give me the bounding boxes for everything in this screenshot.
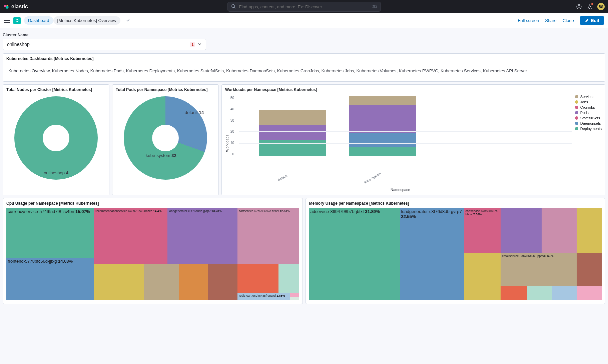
legend-item[interactable]: Daemonsets — [575, 121, 602, 125]
pods-panel: Total Pods per Namespace [Metrics Kubern… — [112, 84, 219, 195]
k8s-link[interactable]: Kubernetes Jobs — [322, 68, 354, 73]
check-icon — [126, 18, 130, 23]
y-tick: 50 — [230, 96, 234, 100]
help-icon[interactable] — [576, 4, 582, 10]
cpu-cell-pct: 14.63% — [58, 259, 73, 264]
user-avatar[interactable]: BS — [597, 3, 605, 10]
k8s-link[interactable]: Kubernetes Nodes — [52, 68, 88, 73]
k8s-link[interactable]: Kubernetes Services — [441, 68, 481, 73]
fullscreen-button[interactable]: Full screen — [518, 18, 539, 23]
product-name: elastic — [11, 4, 28, 10]
k8s-link[interactable]: Kubernetes StatefulSets — [177, 68, 224, 73]
breadcrumb-dashboard[interactable]: Dashboard — [24, 16, 53, 25]
legend-item[interactable]: StatefulSets — [575, 116, 602, 120]
cpu-cell-pct: 13.73% — [211, 209, 222, 213]
workloads-ylabel: Workloads — [225, 135, 229, 152]
cpu-cell-pct: 15.07% — [75, 209, 90, 214]
legend-item[interactable]: Jobs — [575, 100, 602, 104]
mem-cell-label: cartservice-67b598697c-hfsxv — [466, 209, 499, 216]
global-search[interactable]: ⌘/ — [227, 2, 381, 12]
svg-point-1 — [6, 6, 9, 9]
k8s-link[interactable]: Kubernetes DaemonSets — [226, 68, 274, 73]
newsfeed-icon[interactable] — [587, 4, 593, 10]
cluster-name-value: onlineshop — [7, 42, 30, 47]
mem-cell-label: adservice-8694798b7b-jbfxt — [311, 209, 364, 214]
svg-line-4 — [234, 7, 235, 8]
cpu-cell-label: redis-cart-96d48485f-gpgxd — [239, 294, 276, 297]
mem-title: Memory Usage per Namespace [Metrics Kube… — [309, 201, 602, 206]
nodes-panel: Total Nodes per Cluster [Metrics Kuberne… — [3, 84, 109, 195]
workloads-legend: ServicesJobsCronjobsPodsStatefulSetsDaem… — [572, 95, 602, 192]
breadcrumb-current: [Metrics Kubernetes] Overview — [53, 16, 120, 25]
mem-treemap[interactable]: adservice-8694798b7b-jbfxt 31.89% loadge… — [309, 208, 602, 300]
cpu-cell-pct: 12.51% — [280, 209, 290, 213]
cpu-cell-label: cartservice-67b598697c-hfsxv — [239, 209, 279, 213]
search-icon — [231, 4, 236, 10]
nodes-donut[interactable]: onlineshop 4 — [6, 95, 106, 181]
k8s-link[interactable]: Kubernetes Deployments — [126, 68, 175, 73]
mem-cell-pct: 22.55% — [401, 214, 416, 219]
k8s-link[interactable]: Kubernetes Volumes — [357, 68, 397, 73]
cpu-cell-label: frontend-5778bfc56d-jjfxg — [8, 259, 57, 264]
bar-kubesystem — [349, 96, 416, 156]
k8s-dashboards-panel: Kubernetes Dashboards [Metrics Kubernete… — [3, 53, 605, 82]
mem-cell-pct: 6.5% — [547, 254, 554, 258]
y-tick: 10 — [230, 141, 234, 145]
pods-default-label: default — [185, 110, 198, 115]
edit-label: Edit — [591, 18, 599, 23]
k8s-link[interactable]: Kubernetes Pods — [90, 68, 124, 73]
y-tick: 40 — [230, 107, 234, 111]
mem-cell-pct: 31.89% — [365, 209, 380, 214]
edit-button[interactable]: Edit — [580, 16, 604, 25]
mem-cell-label: loadgenerator-c8f76d8db-gvrp7 — [401, 209, 462, 214]
search-kbd: ⌘/ — [372, 5, 377, 9]
y-tick: 0 — [232, 152, 234, 156]
chevron-down-icon — [198, 42, 202, 47]
secondary-bar: D Dashboard [Metrics Kubernetes] Overvie… — [0, 13, 608, 28]
cpu-cell-pct: 14.4% — [153, 209, 162, 213]
svg-point-3 — [231, 4, 234, 7]
legend-item[interactable]: Services — [575, 95, 602, 99]
svg-point-5 — [577, 4, 581, 9]
pods-title: Total Pods per Namespace [Metrics Kubern… — [116, 87, 215, 92]
pencil-icon — [585, 18, 589, 23]
k8s-link[interactable]: Kubernetes PV/PVC — [399, 68, 438, 73]
mem-cell-pct: 7.34% — [473, 213, 482, 216]
elastic-logo-icon — [3, 4, 9, 10]
share-button[interactable]: Share — [545, 18, 557, 23]
search-input[interactable] — [238, 4, 370, 10]
cpu-title: Cpu Usage per Namespace [Metrics Kuberne… — [6, 201, 299, 206]
pods-donut[interactable]: default 14 kube-system 32 — [116, 95, 215, 181]
cpu-treemap[interactable]: currencyservice-574f65d7f8-zc4bn 15.07% … — [6, 208, 299, 300]
clone-button[interactable]: Clone — [563, 18, 574, 23]
legend-item[interactable]: Cronjobs — [575, 105, 602, 109]
nodes-title: Total Nodes per Cluster [Metrics Kuberne… — [6, 87, 106, 92]
notification-dot — [591, 3, 593, 5]
cpu-cell-pct: 1.88% — [276, 294, 285, 297]
y-tick: 20 — [230, 130, 234, 133]
cpu-cell-label: recommendationservice-648978746-8bzxc — [95, 209, 152, 213]
k8s-link[interactable]: Kubernetes Overview — [8, 68, 50, 73]
elastic-logo[interactable]: elastic — [3, 4, 28, 10]
cpu-panel: Cpu Usage per Namespace [Metrics Kuberne… — [3, 198, 303, 304]
cluster-selector[interactable]: onlineshop 1 — [3, 39, 206, 50]
workloads-title: Workloads per Namespace [Metrics Kuberne… — [225, 87, 602, 92]
k8s-link[interactable]: Kubernetes CronJobs — [277, 68, 319, 73]
cluster-name-label: Cluster Name — [3, 33, 605, 37]
nodes-label: onlineshop — [44, 170, 65, 175]
k8s-link[interactable]: Kubernetes API Server — [483, 68, 527, 73]
cpu-cell-label: currencyservice-574f65d7f8-zc4bn — [8, 209, 74, 214]
y-tick: 30 — [230, 119, 234, 122]
legend-item[interactable]: Pods — [575, 111, 602, 115]
workloads-xlabel: Namespace — [229, 188, 572, 192]
mem-cell-label: emailservice-6db78645b5-ppmdk — [502, 254, 546, 258]
app-badge[interactable]: D — [13, 17, 21, 24]
svg-point-2 — [7, 5, 9, 6]
cluster-count-badge: 1 — [190, 42, 195, 47]
pods-kubesys-label: kube-system — [146, 153, 170, 158]
top-header: elastic ⌘/ BS — [0, 0, 608, 13]
bar-default — [259, 110, 326, 156]
legend-item[interactable]: Deployments — [575, 127, 602, 131]
k8s-dashboard-links: Kubernetes Overview, Kubernetes Nodes, K… — [6, 64, 602, 78]
nav-toggle-icon[interactable] — [4, 19, 10, 23]
